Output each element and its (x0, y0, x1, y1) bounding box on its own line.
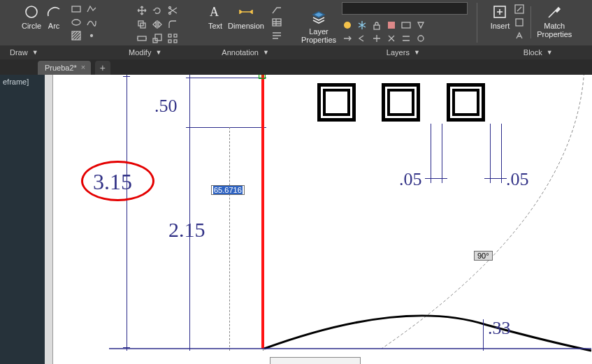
ribbon-separator (477, 3, 477, 43)
endpoint-marker (259, 75, 266, 79)
layer-lock-icon[interactable] (371, 20, 382, 31)
chevron-down-icon: ▼ (414, 49, 420, 56)
arc-label: Arc (48, 22, 60, 30)
document-tab[interactable]: Prueba2* × (38, 61, 91, 75)
side-panel[interactable]: eframe] (0, 75, 45, 364)
stretch-icon[interactable] (136, 33, 147, 44)
svg-rect-21 (402, 22, 410, 28)
arc-button[interactable]: Arc (45, 3, 62, 41)
create-block-icon[interactable] (514, 17, 525, 28)
dimension-label: Dimension (228, 22, 264, 30)
close-tab-icon[interactable]: × (78, 62, 88, 72)
dim-tick (425, 178, 447, 179)
layer-properties-label: Layer Properties (301, 27, 336, 44)
mtext-icon[interactable] (271, 30, 282, 41)
rectangle-icon[interactable] (71, 3, 82, 15)
spline-icon[interactable] (86, 17, 97, 28)
insert-button[interactable]: Insert (491, 3, 510, 41)
layer-state-icon[interactable] (400, 20, 412, 31)
polyline-icon[interactable] (86, 3, 97, 15)
hatch-icon[interactable] (71, 30, 82, 41)
scale-icon[interactable] (152, 33, 163, 44)
leader-icon[interactable] (271, 3, 282, 15)
circle-button[interactable]: Circle (22, 3, 41, 41)
command-box-edge[interactable] (270, 357, 361, 364)
layer-walk-icon[interactable] (415, 33, 426, 44)
svg-point-18 (344, 22, 351, 29)
insert-label: Insert (491, 22, 510, 30)
layers-panel-title[interactable]: Layers▼ (377, 48, 430, 57)
dim-tick (123, 347, 130, 348)
point-icon[interactable] (86, 30, 97, 41)
svg-rect-12 (168, 34, 171, 37)
layer-off-icon[interactable] (342, 20, 353, 31)
layer-new-icon[interactable] (371, 33, 382, 44)
svg-rect-25 (516, 19, 523, 26)
dynamic-input[interactable]: 65.6716 (211, 185, 245, 195)
insert-icon (491, 3, 508, 20)
svg-point-4 (91, 35, 93, 37)
match-properties-button[interactable]: Match Properties (537, 3, 572, 41)
layer-match-icon[interactable] (342, 33, 353, 44)
dimension-icon (238, 3, 254, 20)
block-panel-title[interactable]: Block▼ (514, 48, 563, 57)
drawn-square (447, 83, 485, 122)
layer-color-icon[interactable] (386, 20, 397, 31)
dim-extension-line (442, 124, 442, 183)
layer-prev-icon[interactable] (356, 33, 368, 44)
layer-freeze-icon[interactable] (356, 20, 368, 31)
side-panel-label: eframe] (3, 78, 29, 86)
fillet-icon[interactable] (167, 19, 178, 30)
trim-icon[interactable] (167, 5, 178, 16)
work-area: eframe] .50 2.15 3.15 65.6716 (0, 75, 592, 364)
svg-rect-19 (374, 25, 380, 29)
document-tab-label: Prueba2* (45, 64, 77, 72)
layer-iso-icon[interactable] (415, 20, 426, 31)
svg-point-2 (72, 20, 80, 25)
dim-text-33: .33 (488, 318, 511, 339)
draw-panel-title[interactable]: Draw▼ (0, 48, 34, 57)
new-tab-button[interactable]: + (95, 61, 110, 75)
annotation-ellipse (81, 161, 154, 201)
drawing-canvas[interactable]: .50 2.15 3.15 65.6716 .05 .05 (53, 75, 592, 364)
drawn-square (317, 83, 356, 122)
active-line[interactable] (261, 75, 264, 349)
dim-text-05a: .05 (399, 169, 422, 190)
layer-del-icon[interactable] (386, 33, 397, 44)
dynamic-input-value: 65.6716 (213, 186, 243, 194)
edit-block-icon[interactable] (514, 3, 525, 15)
ellipse-icon[interactable] (71, 17, 82, 28)
mirror-icon[interactable] (152, 19, 163, 30)
layer-properties-button[interactable]: Layer Properties (301, 9, 336, 44)
layer-merge-icon[interactable] (400, 33, 412, 44)
layer-properties-icon (310, 9, 327, 26)
copy-icon[interactable] (136, 19, 147, 30)
arc-icon (45, 3, 62, 20)
dim-line (186, 127, 266, 128)
svg-rect-17 (273, 19, 281, 26)
quick-toolbar[interactable] (45, 75, 53, 364)
dim-extension-line (490, 124, 491, 183)
svg-rect-11 (155, 34, 161, 41)
layer-dropdown[interactable] (342, 2, 468, 15)
move-icon[interactable] (136, 5, 147, 16)
panel-layers: Layer Properties (294, 0, 475, 45)
circle-label: Circle (22, 22, 41, 30)
define-attr-icon[interactable] (514, 30, 525, 41)
text-button[interactable]: A Text (207, 3, 224, 41)
array-icon[interactable] (167, 33, 178, 44)
modify-panel-title[interactable]: Modify▼ (119, 48, 171, 57)
dim-extension-line (127, 75, 127, 351)
dimension-button[interactable]: Dimension (228, 3, 264, 41)
chevron-down-icon: ▼ (547, 49, 553, 56)
document-tab-bar: Prueba2* × + (0, 59, 592, 75)
rotate-icon[interactable] (152, 5, 163, 16)
circle-icon (23, 3, 40, 20)
annotation-panel-title[interactable]: Annotation▼ (212, 48, 279, 57)
svg-point-22 (418, 36, 424, 41)
dim-tick (484, 178, 507, 179)
panel-block: Insert Match Properties (479, 0, 584, 45)
text-icon: A (207, 3, 224, 20)
table-icon[interactable] (271, 17, 282, 28)
drawn-square (382, 83, 420, 122)
